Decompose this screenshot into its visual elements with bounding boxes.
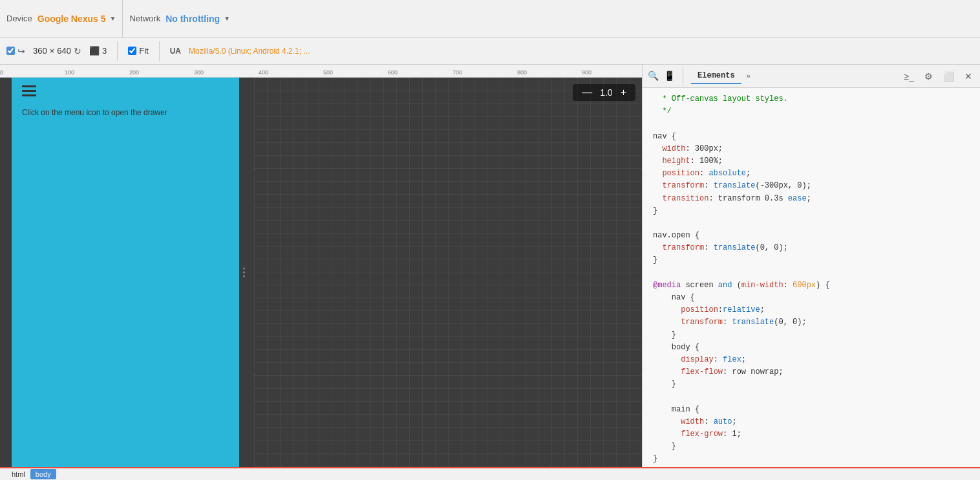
code-line-13: transform: translate(0, 0);: [643, 242, 980, 254]
bottom-bar: html body: [0, 467, 980, 480]
ruler-mark-300: 300: [194, 69, 204, 76]
code-line-24: }: [643, 378, 980, 391]
dimensions-group: 360 × 640 ↻: [33, 46, 81, 56]
code-line-12: nav.open {: [643, 230, 980, 242]
code-line-14: }: [643, 254, 980, 267]
code-line-21: body {: [643, 342, 980, 354]
network-value: No throttling: [165, 14, 220, 24]
ruler: 0 100 200 300 400 500 600 700 800 900: [0, 65, 642, 78]
code-line-10: }: [643, 205, 980, 217]
dimension-separator: ×: [50, 46, 55, 56]
device-select-button[interactable]: Google Nexus 5 ▼: [37, 14, 116, 24]
devtools-close-icon[interactable]: ✕: [962, 70, 975, 83]
devtools-separator: [683, 67, 683, 86]
ruler-mark-100: 100: [65, 69, 74, 76]
code-line-27: width: auto;: [643, 416, 980, 428]
ruler-mark-700: 700: [453, 69, 462, 76]
bottom-tab-html[interactable]: html: [6, 469, 30, 479]
device-label: Device: [6, 14, 32, 23]
drag-handle[interactable]: [240, 263, 248, 283]
drag-dot-3: [243, 276, 245, 278]
devtools-dock-icon[interactable]: ⬜: [941, 70, 957, 83]
fit-checkbox-group: Fit: [128, 46, 148, 56]
screenshot-icon: ⬛: [89, 46, 100, 56]
code-line-2: */: [643, 105, 980, 118]
zoom-in-button[interactable]: +: [618, 87, 629, 98]
responsive-checkbox-group: ↪: [6, 46, 25, 56]
code-line-5: width: 300px;: [643, 143, 980, 155]
devtools-mobile-icon[interactable]: 📱: [664, 71, 675, 82]
ruler-mark-400: 400: [259, 69, 268, 76]
drag-dot-2: [243, 272, 245, 274]
devtools-header: 🔍 📱 Elements » ≥_ ⚙ ⬜ ✕: [643, 65, 980, 88]
hamburger-line-1: [22, 85, 36, 87]
screenshot-count: 3: [102, 46, 107, 56]
ruler-mark-800: 800: [517, 69, 527, 76]
devtools-panel: 🔍 📱 Elements » ≥_ ⚙ ⬜ ✕ * Off-canvas lay…: [642, 65, 980, 467]
rotate-icon[interactable]: ↪: [17, 46, 25, 56]
second-toolbar: ↪ 360 × 640 ↻ ⬛ 3 Fit UA Mozilla/5.0 (Li…: [0, 38, 980, 65]
drag-dot-1: [243, 268, 245, 270]
code-line-22: display: flex;: [643, 354, 980, 366]
emulator-area: 0 100 200 300 400 500 600 700 800 900: [0, 65, 642, 467]
ruler-mark-500: 500: [323, 69, 333, 76]
main-content: 0 100 200 300 400 500 600 700 800 900: [0, 65, 980, 467]
devtools-search-icon[interactable]: 🔍: [648, 71, 659, 82]
hamburger-line-3: [22, 94, 36, 96]
responsive-checkbox[interactable]: [6, 47, 15, 55]
code-line-23: flex-flow: row nowrap;: [643, 366, 980, 378]
code-line-7: position: absolute;: [643, 168, 980, 180]
device-frame-area: Click on the menu icon to open the drawe…: [0, 78, 642, 467]
code-line-18: position:relative;: [643, 304, 980, 316]
screenshot-group: ⬛ 3: [89, 46, 107, 56]
tab-more[interactable]: »: [747, 72, 751, 80]
hamburger-line-2: [22, 90, 36, 92]
bottom-tab-body[interactable]: body: [30, 469, 56, 479]
network-select-button[interactable]: No throttling ▼: [165, 14, 230, 24]
code-line-6: height: 100%;: [643, 155, 980, 168]
refresh-button[interactable]: ↻: [74, 46, 81, 56]
ua-value: Mozilla/5.0 (Linux; Android 4.2.1; ...: [189, 47, 310, 56]
phone-header: [12, 78, 239, 102]
fit-label: Fit: [139, 46, 148, 56]
zoom-out-button[interactable]: —: [579, 87, 595, 98]
code-line-20: }: [643, 329, 980, 342]
code-line-19: transform: translate(0, 0);: [643, 316, 980, 329]
code-line-25: [643, 391, 980, 404]
ruler-mark-0: 0: [0, 69, 3, 76]
devtools-settings-icon[interactable]: ⚙: [922, 70, 935, 83]
device-section: Device Google Nexus 5 ▼: [0, 0, 123, 37]
zoom-value: 1.0: [600, 87, 612, 98]
devtools-console-icon[interactable]: ≥_: [902, 70, 917, 83]
tab-elements[interactable]: Elements: [691, 69, 741, 84]
code-line-29: }: [643, 441, 980, 453]
ruler-mark-900: 900: [582, 69, 591, 76]
code-view[interactable]: * Off-canvas layout styles. */ nav { wid…: [643, 88, 980, 467]
device-dropdown-arrow: ▼: [110, 15, 116, 22]
main-toolbar: Device Google Nexus 5 ▼ Network No throt…: [0, 0, 980, 38]
ua-label: UA: [170, 47, 181, 56]
toolbar-separator-2: [159, 41, 160, 61]
fit-checkbox[interactable]: [128, 47, 136, 55]
ruler-mark-200: 200: [129, 69, 139, 76]
code-line-3: [643, 118, 980, 130]
toolbar-separator: [117, 41, 118, 61]
phone-content: Click on the menu icon to open the drawe…: [12, 102, 239, 124]
devtools-icon-group: ≥_ ⚙ ⬜ ✕: [902, 70, 975, 83]
code-line-8: transform: translate(-300px, 0);: [643, 180, 980, 192]
code-line-15: [643, 267, 980, 279]
phone-screen: Click on the menu icon to open the drawe…: [12, 78, 239, 467]
code-line-11: [643, 217, 980, 230]
code-line-28: flex-grow: 1;: [643, 428, 980, 441]
network-dropdown-arrow: ▼: [224, 15, 230, 22]
code-line-1: * Off-canvas layout styles.: [643, 93, 980, 105]
code-line-26: main {: [643, 404, 980, 416]
network-section: Network No throttling ▼: [123, 0, 237, 37]
device-name: Google Nexus 5: [37, 14, 106, 24]
zoom-controls: — 1.0 +: [573, 84, 635, 101]
code-line-17: nav {: [643, 292, 980, 304]
grid-area: [254, 78, 642, 467]
hamburger-menu-icon[interactable]: [22, 85, 36, 96]
code-line-30: }: [643, 453, 980, 465]
ruler-mark-600: 600: [388, 69, 398, 76]
